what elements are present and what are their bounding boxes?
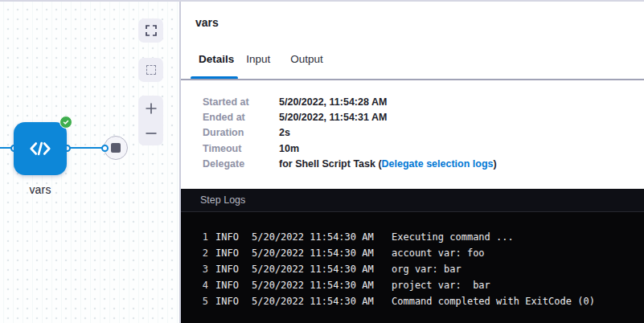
detail-row-duration: Duration 2s: [203, 125, 497, 141]
check-icon: [62, 118, 70, 126]
detail-row-ended-at: Ended at 5/20/2022, 11:54:31 AM: [203, 109, 497, 125]
log-timestamp: 5/20/2022 11:54:30 AM: [252, 277, 384, 293]
tabs-divider: [181, 79, 644, 80]
log-line-number: 4: [194, 277, 208, 293]
log-line: 1 INFO 5/20/2022 11:54:30 AM Executing c…: [194, 229, 644, 245]
detail-value: 2s: [279, 127, 290, 138]
log-line-number: 5: [194, 293, 208, 309]
log-line-number: 3: [194, 261, 208, 277]
stop-icon: [111, 143, 121, 153]
zoom-controls: [138, 96, 163, 145]
pipeline-graph-canvas[interactable]: vars: [0, 2, 180, 323]
minus-icon: [145, 127, 158, 140]
detail-value: 10m: [279, 143, 299, 154]
log-level: INFO: [215, 229, 244, 245]
details-list: Started at 5/20/2022, 11:54:28 AM Ended …: [203, 94, 497, 172]
log-line: 5 INFO 5/20/2022 11:54:30 AM Command com…: [194, 293, 644, 309]
detail-value: 5/20/2022, 11:54:28 AM: [279, 96, 387, 108]
tab-details[interactable]: Details: [199, 53, 234, 65]
log-timestamp: 5/20/2022 11:54:30 AM: [252, 229, 384, 245]
node-label: vars: [4, 183, 76, 196]
step-node-vars[interactable]: [14, 122, 67, 175]
console-log-area[interactable]: 1 INFO 5/20/2022 11:54:30 AM Executing c…: [181, 212, 644, 309]
detail-row-started-at: Started at 5/20/2022, 11:54:28 AM: [203, 94, 497, 109]
log-level: INFO: [215, 293, 244, 309]
code-icon: [27, 135, 54, 162]
marquee-select-icon: [146, 65, 156, 75]
details-tabs: Details Input Output: [199, 53, 323, 65]
edge-outgoing: [66, 147, 105, 149]
fullscreen-icon: [146, 25, 157, 36]
log-message: Command completed with ExitCode (0): [392, 293, 644, 309]
detail-label: Delegate: [203, 158, 279, 170]
tab-input[interactable]: Input: [246, 53, 270, 65]
success-badge: [59, 116, 72, 129]
detail-label: Ended at: [203, 112, 279, 123]
log-message: Executing command ...: [392, 229, 644, 245]
tab-output[interactable]: Output: [290, 53, 323, 65]
fullscreen-button[interactable]: [138, 18, 163, 43]
detail-label: Started at: [203, 96, 279, 108]
delegate-selection-logs-link[interactable]: Delegate selection logs: [382, 158, 494, 170]
log-message: account var: foo: [392, 245, 644, 261]
log-line-number: 2: [194, 245, 208, 261]
log-line: 3 INFO 5/20/2022 11:54:30 AM org var: ba…: [194, 261, 644, 277]
detail-row-delegate: Delegate for Shell Script Task (Delegate…: [203, 157, 497, 172]
log-level: INFO: [215, 261, 244, 277]
plus-icon: [145, 102, 158, 115]
log-message: project var: bar: [392, 277, 644, 293]
detail-value: for Shell Script Task (Delegate selectio…: [279, 158, 497, 170]
log-level: INFO: [215, 245, 244, 261]
zoom-out-button[interactable]: [138, 121, 163, 145]
log-timestamp: 5/20/2022 11:54:30 AM: [252, 293, 384, 309]
page-title: vars: [195, 16, 219, 29]
log-timestamp: 5/20/2022 11:54:30 AM: [252, 261, 384, 277]
console-title: Step Logs: [200, 194, 245, 206]
detail-value: 5/20/2022, 11:54:31 AM: [279, 112, 387, 123]
step-details-panel: vars Details Input Output Started at 5/2…: [181, 2, 644, 189]
zoom-in-button[interactable]: [138, 96, 163, 121]
step-logs-console: Step Logs 1 INFO 5/20/2022 11:54:30 AM E…: [181, 189, 644, 323]
log-message: org var: bar: [392, 261, 644, 277]
step-execution-view: vars vars Details: [0, 0, 644, 323]
log-line: 2 INFO 5/20/2022 11:54:30 AM account var…: [194, 245, 644, 261]
detail-label: Timeout: [203, 143, 279, 154]
marquee-select-button[interactable]: [138, 58, 163, 82]
log-level: INFO: [215, 277, 244, 293]
end-node-port: [101, 145, 109, 152]
log-line: 4 INFO 5/20/2022 11:54:30 AM project var…: [194, 277, 644, 293]
log-line-number: 1: [194, 229, 208, 245]
log-timestamp: 5/20/2022 11:54:30 AM: [252, 245, 384, 261]
detail-row-timeout: Timeout 10m: [203, 141, 497, 156]
detail-label: Duration: [203, 127, 279, 138]
console-header: Step Logs: [181, 189, 644, 212]
